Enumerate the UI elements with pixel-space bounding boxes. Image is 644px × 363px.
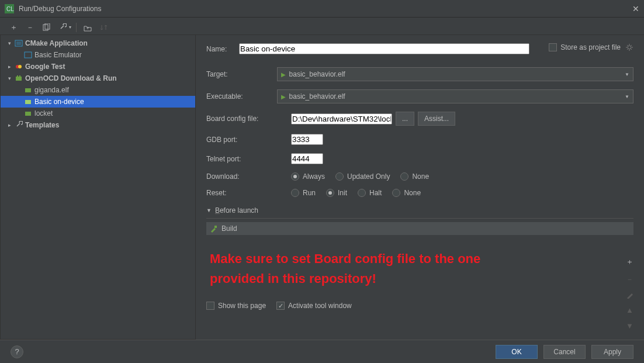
titlebar: CL Run/Debug Configurations ✕ bbox=[0, 0, 644, 18]
bl-remove-button[interactable]: － bbox=[626, 274, 633, 285]
bl-edit-button[interactable] bbox=[626, 292, 633, 299]
before-launch-header[interactable]: ▼ Before launch bbox=[206, 206, 633, 219]
help-button[interactable]: ? bbox=[11, 345, 23, 358]
reset-label: Reset: bbox=[206, 189, 291, 197]
folder-up-button[interactable] bbox=[81, 21, 94, 34]
ok-button[interactable]: OK bbox=[496, 345, 538, 359]
name-input[interactable] bbox=[239, 43, 529, 54]
close-button[interactable]: ✕ bbox=[622, 4, 639, 13]
svg-text:CL: CL bbox=[6, 6, 14, 12]
svg-rect-16 bbox=[214, 226, 217, 228]
svg-rect-6 bbox=[25, 52, 32, 58]
config-toolbar: ＋ － ▾ bbox=[0, 18, 644, 35]
board-config-label: Board config file: bbox=[206, 115, 291, 123]
copy-button[interactable] bbox=[40, 21, 53, 34]
tree-basic-emulator[interactable]: Basic Emulator bbox=[1, 49, 195, 61]
download-always-radio[interactable]: Always bbox=[291, 172, 325, 181]
svg-rect-9 bbox=[16, 77, 22, 81]
add-button[interactable]: ＋ bbox=[7, 21, 20, 34]
executable-label: Executable: bbox=[206, 92, 277, 101]
reset-init-radio[interactable]: Init bbox=[326, 189, 347, 197]
tree-basic-on-device[interactable]: Basic on-device bbox=[1, 96, 195, 108]
apply-button[interactable]: Apply bbox=[591, 345, 633, 359]
store-as-project-file[interactable]: Store as project file bbox=[549, 43, 621, 51]
gdb-port-label: GDB port: bbox=[206, 136, 291, 144]
before-launch-controls: ＋ － ▲ ▼ bbox=[626, 257, 633, 330]
tree-google-test[interactable]: ▸ Google Test bbox=[1, 61, 195, 72]
board-browse-button[interactable]: ... bbox=[396, 112, 414, 126]
download-label: Download: bbox=[206, 172, 291, 181]
svg-rect-12 bbox=[25, 88, 31, 92]
dialog-footer: ? OK Cancel Apply bbox=[0, 340, 644, 363]
cancel-button[interactable]: Cancel bbox=[543, 345, 586, 359]
bl-add-button[interactable]: ＋ bbox=[626, 257, 633, 267]
name-label: Name: bbox=[206, 45, 239, 53]
app-icon: CL bbox=[5, 4, 14, 13]
tree-openocd[interactable]: ▾ OpenOCD Download & Run bbox=[1, 72, 195, 84]
bl-up-button[interactable]: ▲ bbox=[626, 306, 633, 314]
target-combo[interactable]: ▶basic_behavior.elf ▼ bbox=[277, 67, 633, 81]
activate-tool-window-check[interactable]: ✓ Activate tool window bbox=[276, 302, 352, 310]
reset-none-radio[interactable]: None bbox=[392, 189, 421, 197]
config-form: Store as project file Name: Target: ▶bas… bbox=[196, 35, 644, 340]
bl-down-button[interactable]: ▼ bbox=[626, 321, 633, 330]
chevron-down-icon: ▼ bbox=[625, 94, 629, 99]
svg-rect-13 bbox=[25, 100, 31, 104]
executable-combo[interactable]: ▶basic_behavior.elf ▼ bbox=[277, 89, 633, 103]
window-title: Run/Debug Configurations bbox=[19, 5, 622, 13]
svg-rect-11 bbox=[19, 75, 20, 77]
tree-cmake-application[interactable]: ▾ CMake Application bbox=[1, 37, 195, 49]
tree-templates[interactable]: ▸ Templates bbox=[1, 119, 195, 131]
board-assist-button[interactable]: Assist... bbox=[418, 112, 455, 126]
gdb-port-input[interactable] bbox=[291, 134, 323, 145]
reset-halt-radio[interactable]: Halt bbox=[358, 189, 382, 197]
download-updated-radio[interactable]: Updated Only bbox=[335, 172, 390, 181]
remove-button[interactable]: － bbox=[23, 21, 36, 34]
tree-giganda[interactable]: giganda.elf bbox=[1, 84, 195, 96]
config-tree: ▾ CMake Application Basic Emulator ▸ Goo… bbox=[0, 35, 196, 340]
svg-point-15 bbox=[628, 46, 631, 49]
svg-point-8 bbox=[18, 65, 22, 68]
tree-locket[interactable]: locket bbox=[1, 108, 195, 119]
chevron-down-icon: ▼ bbox=[625, 72, 629, 77]
show-this-page-check[interactable]: Show this page bbox=[206, 302, 266, 310]
wrench-button[interactable] bbox=[56, 21, 69, 34]
board-config-input[interactable] bbox=[291, 113, 392, 125]
gear-icon[interactable] bbox=[625, 43, 633, 51]
telnet-port-label: Telnet port: bbox=[206, 155, 291, 163]
telnet-port-input[interactable] bbox=[291, 153, 323, 164]
reset-run-radio[interactable]: Run bbox=[291, 189, 316, 197]
hammer-icon bbox=[210, 224, 218, 233]
download-none-radio[interactable]: None bbox=[400, 172, 429, 181]
triangle-down-icon: ▼ bbox=[206, 208, 212, 213]
annotation-text: Make sure to set Board config file to th… bbox=[210, 249, 633, 289]
sort-button[interactable] bbox=[98, 21, 110, 34]
target-label: Target: bbox=[206, 70, 277, 78]
svg-rect-5 bbox=[16, 42, 21, 45]
svg-rect-14 bbox=[25, 112, 31, 116]
before-launch-build[interactable]: Build bbox=[206, 222, 633, 235]
svg-rect-10 bbox=[17, 75, 18, 77]
